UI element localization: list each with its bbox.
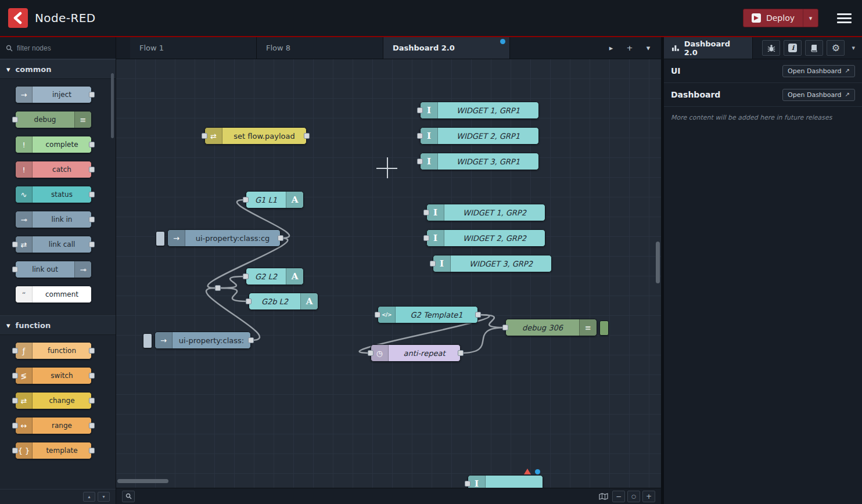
palette-node-function[interactable]: ƒfunction (15, 342, 92, 359)
open-dashboard-button[interactable]: Open Dashboard↗ (782, 89, 855, 101)
palette-node-link-call[interactable]: ⇄link call (15, 236, 92, 253)
palette-category-function[interactable]: ▾function (0, 315, 116, 335)
navigator-button[interactable] (597, 491, 610, 502)
palette-search-input[interactable] (17, 44, 104, 52)
flow-node-ui-property-class-cg[interactable]: →ui-property:class:cg (167, 229, 281, 247)
palette-node-comment[interactable]: “comment (15, 286, 92, 303)
wire[interactable] (478, 315, 505, 327)
node-input-port[interactable] (502, 325, 508, 330)
flow-node-g2b-l2[interactable]: G2b L2A (249, 293, 318, 310)
palette-node-inject[interactable]: →inject (15, 86, 92, 103)
node-input-port[interactable] (368, 350, 373, 356)
flow-node-set-flow-payload[interactable]: ⇄set flow.payload (204, 127, 307, 145)
open-dashboard-button[interactable]: Open Dashboard↗ (782, 65, 855, 77)
info-tab-button[interactable]: i (784, 40, 802, 56)
zoom-reset-button[interactable]: ○ (627, 491, 640, 502)
node-output-port[interactable] (89, 398, 95, 404)
sidebar-tab-list-button[interactable]: ▾ (845, 37, 862, 59)
config-tab-button[interactable]: ⚙ (827, 40, 845, 56)
flow-list-button[interactable]: ▾ (640, 40, 656, 56)
palette-node-status[interactable]: ∿status (15, 186, 92, 203)
flow-node-ui-property-class[interactable]: →ui-property:class: (155, 332, 251, 349)
deploy-button[interactable]: Deploy ▾ (743, 9, 818, 27)
node-input-port[interactable] (12, 242, 18, 247)
canvas-horizontal-scrollbar[interactable] (117, 479, 168, 483)
flow-node-widget-3-grp1[interactable]: IWIDGET 3, GRP1 (420, 153, 539, 170)
flow-node-widget-3-grp2[interactable]: IWIDGET 3, GRP2 (433, 255, 552, 272)
node-input-port[interactable] (423, 210, 429, 215)
node-input-port[interactable] (465, 481, 470, 487)
flow-canvas[interactable]: ⇄set flow.payloadIWIDGET 1, GRP1IWIDGET … (116, 59, 661, 488)
node-output-port[interactable] (89, 142, 95, 147)
node-output-port[interactable] (248, 337, 254, 343)
collapse-all-button[interactable]: ▴ (83, 492, 95, 502)
node-input-port[interactable] (243, 197, 249, 203)
flow-tab-flow-8[interactable]: Flow 8 (257, 37, 383, 59)
flow-node-widget-1-grp2[interactable]: IWIDGET 1, GRP2 (426, 204, 545, 221)
sidebar-tab-dashboard[interactable]: Dashboard 2.0 (664, 37, 753, 59)
expand-all-button[interactable]: ▾ (98, 492, 110, 502)
node-input-port[interactable] (12, 267, 18, 272)
flow-node-g2-template1[interactable]: </>G2 Template1 (378, 306, 478, 323)
node-output-port[interactable] (89, 373, 95, 379)
node-action-button[interactable] (156, 231, 165, 246)
palette-node-link-out[interactable]: link out⊸ (15, 261, 92, 278)
node-output-port[interactable] (89, 192, 95, 197)
node-output-port[interactable] (458, 350, 464, 356)
flow-node-g2-l2[interactable]: G2 L2A (246, 268, 304, 285)
zoom-out-button[interactable]: − (612, 491, 625, 502)
wire[interactable] (221, 288, 249, 301)
node-input-port[interactable] (423, 235, 429, 241)
add-flow-button[interactable]: + (622, 40, 638, 56)
node-input-port[interactable] (417, 159, 423, 164)
palette-node-switch[interactable]: ≶switch (15, 367, 92, 384)
flow-node-anti-repeat[interactable]: ◷anti-repeat (371, 344, 461, 362)
node-output-port[interactable] (89, 217, 95, 222)
node-output-port[interactable] (89, 448, 95, 453)
palette-node-range[interactable]: ↔range (15, 417, 92, 434)
palette-node-debug[interactable]: debug≡ (15, 111, 92, 128)
canvas-vertical-scrollbar[interactable] (656, 242, 660, 283)
node-input-port[interactable] (430, 261, 436, 267)
flow-node-widget-2-grp2[interactable]: IWIDGET 2, GRP2 (426, 229, 545, 247)
flow-node-widget-1-grp1[interactable]: IWIDGET 1, GRP1 (420, 102, 539, 119)
help-tab-button[interactable] (805, 40, 823, 56)
palette-node-catch[interactable]: !catch (15, 161, 92, 178)
node-output-port[interactable] (475, 312, 481, 318)
node-output-port[interactable] (89, 92, 95, 98)
palette-node-complete[interactable]: !complete (15, 136, 92, 153)
flow-node-widget-2-grp1[interactable]: IWIDGET 2, GRP1 (420, 127, 539, 145)
wire[interactable] (221, 276, 246, 288)
flow-tab-dashboard-2-0[interactable]: Dashboard 2.0 (383, 37, 510, 59)
node-input-port[interactable] (202, 133, 207, 139)
node-output-port[interactable] (89, 348, 95, 354)
wire[interactable] (461, 327, 505, 353)
wire-junction[interactable] (215, 285, 221, 291)
zoom-in-button[interactable]: + (642, 491, 655, 502)
node-output-port[interactable] (89, 423, 95, 429)
node-input-port[interactable] (12, 373, 18, 379)
palette-category-common[interactable]: ▾common (0, 59, 116, 79)
node-input-port[interactable] (246, 298, 252, 304)
node-output-port[interactable] (278, 235, 283, 241)
node-action-button[interactable] (143, 333, 152, 348)
node-input-port[interactable] (12, 448, 18, 453)
node-input-port[interactable] (12, 423, 18, 429)
palette-node-link-in[interactable]: ⊸link in (15, 211, 92, 228)
palette-node-template[interactable]: { }template (15, 442, 92, 459)
node-input-port[interactable] (243, 273, 249, 279)
node-output-port[interactable] (304, 133, 310, 139)
scroll-tabs-button[interactable]: ▸ (603, 40, 619, 56)
palette-scrollbar[interactable] (111, 73, 114, 138)
search-flows-button[interactable] (122, 491, 135, 502)
flow-tab-flow-1[interactable]: Flow 1 (130, 37, 257, 59)
flow-node-debug-306[interactable]: debug 306≡ (505, 319, 597, 336)
node-output-port[interactable] (89, 242, 95, 247)
flow-node-g1-l1[interactable]: G1 L1A (246, 191, 304, 208)
palette-node-change[interactable]: ⇄change (15, 392, 92, 409)
debug-toggle-button[interactable] (599, 321, 609, 336)
flow-node-partial-widget[interactable]: I (468, 475, 543, 488)
node-input-port[interactable] (12, 348, 18, 354)
node-input-port[interactable] (417, 107, 423, 113)
main-menu-button[interactable] (835, 11, 854, 26)
